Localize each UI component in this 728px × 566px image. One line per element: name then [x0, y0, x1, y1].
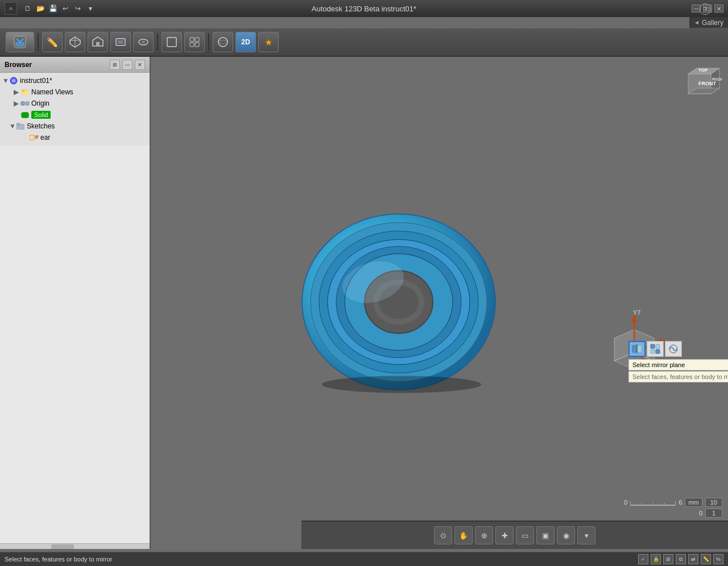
- viewport[interactable]: FRONT TOP RIGHT: [151, 57, 728, 549]
- window-title: Autodesk 123D Beta instruct01*: [312, 5, 416, 13]
- tree-expand-root[interactable]: ▼: [2, 77, 9, 85]
- viewcube[interactable]: FRONT TOP RIGHT: [677, 63, 722, 108]
- toolbar-separator-2: [157, 34, 158, 51]
- browser-close-button[interactable]: ✕: [135, 60, 145, 70]
- orbit-button[interactable]: ⊙: [434, 526, 452, 544]
- svg-point-49: [322, 376, 481, 393]
- featured-button[interactable]: ★: [258, 32, 279, 52]
- svg-rect-20: [21, 102, 24, 105]
- tree-root[interactable]: ▼ instruct01*: [0, 75, 150, 86]
- mirror-toolbar: [628, 341, 728, 357]
- scrollbar-thumb[interactable]: [51, 544, 74, 549]
- status-lock[interactable]: 🔒: [651, 554, 661, 564]
- status-layers[interactable]: ⧉: [676, 554, 686, 564]
- svg-rect-66: [656, 349, 660, 353]
- tree-origin[interactable]: ▶ Origin: [0, 98, 150, 109]
- svg-rect-14: [190, 43, 194, 47]
- svg-point-10: [142, 41, 145, 43]
- view-top-button[interactable]: [133, 32, 154, 52]
- more-options-button[interactable]: ▾: [577, 526, 595, 544]
- move-button[interactable]: ✚: [495, 526, 514, 544]
- browser-title: Browser: [5, 61, 107, 69]
- home-view-button[interactable]: [6, 32, 34, 52]
- status-measure[interactable]: 📏: [701, 554, 711, 564]
- tree-ear-sketch[interactable]: ▶ ear: [0, 132, 150, 143]
- status-grid[interactable]: ⊞: [663, 554, 673, 564]
- mm-label: mm: [685, 498, 702, 507]
- folder-icon: 📁: [20, 88, 30, 97]
- save-button[interactable]: 💾: [47, 3, 59, 14]
- render-mode-button[interactable]: [213, 32, 233, 52]
- close-button[interactable]: ✕: [714, 5, 723, 13]
- browser-header: Browser ⊞ — ✕: [0, 57, 150, 73]
- ear-arrow: ▶: [23, 134, 30, 142]
- svg-rect-6: [96, 42, 100, 46]
- help-button[interactable]: ?: [700, 3, 711, 15]
- view-3d-button[interactable]: [65, 32, 85, 52]
- quad-view-button[interactable]: [184, 32, 205, 52]
- tree-expand-origin[interactable]: ▶: [14, 99, 20, 107]
- tree-sketches[interactable]: ▼ Sketches: [0, 120, 150, 132]
- svg-rect-63: [651, 344, 655, 348]
- sketches-folder-icon: [16, 122, 25, 131]
- zoom-button[interactable]: ⊕: [475, 526, 493, 544]
- origin-icon: [20, 99, 30, 108]
- tooltip-select-mirror-plane: Select mirror plane: [628, 359, 728, 371]
- origin-label: Origin: [31, 99, 49, 107]
- dropdown-arrow[interactable]: ▾: [85, 3, 96, 14]
- svg-rect-15: [195, 43, 199, 47]
- view-home-button[interactable]: [88, 32, 108, 52]
- svg-rect-13: [195, 38, 199, 41]
- svg-rect-60: [632, 346, 636, 352]
- svg-rect-65: [651, 349, 655, 353]
- browser-tile-button[interactable]: ⊞: [110, 60, 120, 70]
- bottom-toolbar: ⊙ ✋ ⊕ ✚ ▭ ▣ ◉ ▾: [301, 521, 728, 549]
- ear-label: ear: [40, 134, 50, 142]
- mirror-btn-2[interactable]: [647, 341, 664, 357]
- tooltip-title: Select mirror plane: [632, 361, 685, 368]
- scale-val-0: 0: [624, 499, 627, 506]
- browser-panel: Browser ⊞ — ✕ ▼ instruct01* ▶ 📁: [0, 57, 151, 549]
- redo-button[interactable]: ↪: [72, 3, 84, 14]
- browser-min-button[interactable]: —: [122, 60, 133, 70]
- svg-rect-62: [638, 346, 642, 352]
- status-checkmark[interactable]: ✓: [638, 554, 648, 564]
- mirror-btn-1[interactable]: [628, 341, 646, 357]
- tree-solid-arrow: ▶: [14, 111, 20, 119]
- view-front-button[interactable]: [110, 32, 131, 52]
- main-area: Browser ⊞ — ✕ ▼ instruct01* ▶ 📁: [0, 57, 728, 549]
- browser-scrollbar[interactable]: [0, 543, 150, 549]
- undo-button[interactable]: ↩: [60, 3, 71, 14]
- main-toolbar: ✏️: [0, 28, 728, 57]
- svg-rect-24: [16, 123, 20, 125]
- scale-ruler: [630, 499, 676, 506]
- pan-button[interactable]: ✋: [454, 526, 473, 544]
- box2-view-button[interactable]: ▣: [536, 526, 555, 544]
- single-view-button[interactable]: [162, 32, 182, 52]
- 2d-button[interactable]: 2D: [235, 32, 256, 52]
- toolbar-separator: [38, 34, 39, 51]
- quick-access-toolbar: 🗋 📂 💾 ↩ ↪ ▾: [20, 0, 98, 17]
- gallery-arrow[interactable]: ◄: [694, 19, 700, 26]
- svg-rect-1: [15, 42, 24, 47]
- toolbar-separator-3: [208, 34, 209, 51]
- mirror-btn-3[interactable]: [665, 341, 682, 357]
- box-view-button[interactable]: ▭: [516, 526, 534, 544]
- new-button[interactable]: 🗋: [22, 3, 34, 14]
- titlebar: A 🗋 📂 💾 ↩ ↪ ▾ Autodesk 123D Beta instruc…: [0, 0, 728, 17]
- tree-expand-sketches[interactable]: ▼: [9, 122, 16, 130]
- statusbar: Select faces, features or body to mirror…: [0, 552, 728, 566]
- status-percent[interactable]: %: [713, 554, 723, 564]
- open-button[interactable]: 📂: [35, 3, 46, 14]
- gallery-label[interactable]: Gallery: [702, 19, 723, 27]
- sketch-button[interactable]: ✏️: [42, 32, 63, 52]
- tree-expand-named-views[interactable]: ▶: [14, 88, 20, 96]
- sphere-view-button[interactable]: ◉: [557, 526, 575, 544]
- tree-named-views[interactable]: ▶ 📁 Named Views: [0, 86, 150, 98]
- scale-val-bottom: 0: [699, 510, 702, 517]
- tree-solid[interactable]: ▶ Solid: [0, 109, 150, 120]
- status-arrows[interactable]: ⇄: [688, 554, 698, 564]
- bottom-num: 1: [705, 509, 722, 518]
- scale-info: 0 6 mm 10 0 1: [624, 498, 722, 518]
- sketches-label: Sketches: [27, 122, 55, 130]
